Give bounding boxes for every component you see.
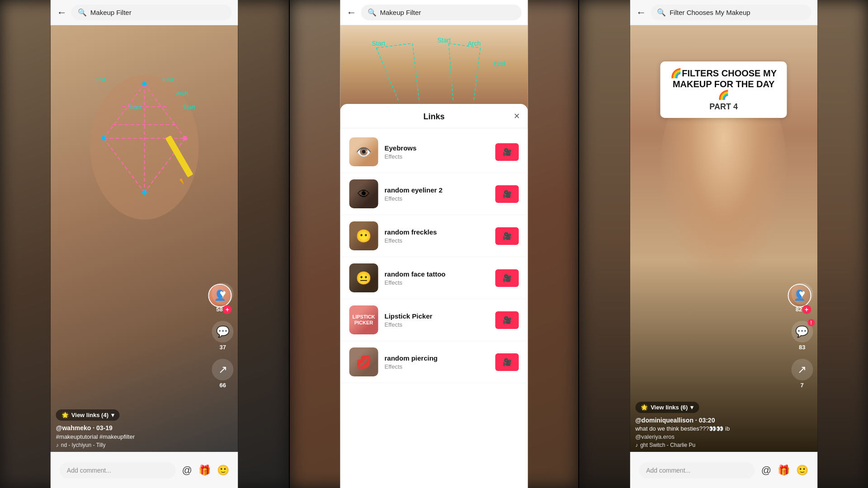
left-emoji-icon[interactable]: 🙂 <box>217 465 229 476</box>
link-btn-camera-icon-lipstick: 🎥 <box>503 316 512 324</box>
link-btn-tattoo[interactable]: 🎥 <box>495 269 519 287</box>
right-search-wrap[interactable]: 🔍 <box>651 5 811 20</box>
right-comment-input[interactable]: Add comment... <box>639 462 755 479</box>
right-share-button[interactable]: ↗ <box>791 359 813 380</box>
right-search-input[interactable] <box>670 9 805 16</box>
filter-banner: 🌈FILTERS CHOOSE MY MAKEUP FOR THE DAY🌈 P… <box>660 61 787 118</box>
left-view-links-text: View links (4) <box>71 412 108 418</box>
right-emoji-icon[interactable]: 🙂 <box>796 465 808 476</box>
link-info-lipstick: Lipstick Picker Effects <box>385 312 489 328</box>
left-mention-icon[interactable]: @ <box>182 465 192 476</box>
right-comment-count: 83 <box>799 344 805 351</box>
left-hashtags: #makeuptutorial #makeupfilter <box>56 433 207 440</box>
left-back-button[interactable]: ← <box>57 7 67 19</box>
right-view-links[interactable]: 🌟 View links (6) ▾ <box>635 402 699 413</box>
right-mention-icon[interactable]: @ <box>761 465 771 476</box>
right-back-button[interactable]: ← <box>636 7 646 19</box>
link-thumb-tattoo: 😐 <box>349 263 378 292</box>
divider-center-right <box>578 0 579 488</box>
link-item-tattoo: 😐 random face tattoo Effects 🎥 <box>340 257 528 299</box>
link-type-freckles: Effects <box>385 237 489 244</box>
link-name-piercing: random piercing <box>385 354 489 362</box>
left-search-input[interactable] <box>90 9 226 16</box>
svg-text:End: End <box>162 76 173 83</box>
left-search-wrap[interactable]: 🔍 <box>71 5 232 20</box>
left-like-button[interactable]: ♥ <box>212 283 234 305</box>
center-phone-frame: ← 🔍 Start <box>340 0 528 488</box>
left-comment-button[interactable]: 💬 <box>212 321 234 343</box>
divider-left-center <box>289 0 290 488</box>
svg-point-16 <box>142 82 146 86</box>
center-panel: ← 🔍 Start <box>290 0 579 488</box>
right-comment-button[interactable]: 💬 ! <box>791 321 813 343</box>
link-btn-camera-icon-piercing: 🎥 <box>503 358 512 366</box>
left-phone-frame: ← 🔍 <box>51 0 238 488</box>
link-btn-freckles[interactable]: 🎥 <box>495 227 519 245</box>
left-video-area: End End Arch Start Start 👤 <box>51 25 238 452</box>
left-view-links[interactable]: 🌟 View links (4) ▾ <box>56 409 120 421</box>
link-item-eyeliner: 👁 random eyeliner 2 Effects 🎥 <box>340 173 528 215</box>
left-music-icon: ♪ <box>56 442 59 448</box>
links-modal-close[interactable]: × <box>514 110 520 122</box>
links-modal-header: Links × <box>340 104 528 128</box>
eyebrows-thumb-icon: 👁️ <box>356 145 372 160</box>
right-share-wrap: ↗ 7 <box>791 359 813 389</box>
svg-text:End: End <box>494 60 505 67</box>
left-bottom-bar: Add comment... @ 🎁 🙂 <box>51 452 238 488</box>
svg-point-17 <box>101 136 106 141</box>
left-share-button[interactable]: ↗ <box>212 359 234 380</box>
link-info-tattoo: random face tattoo Effects <box>385 270 489 286</box>
right-bottom-bar: Add comment... @ 🎁 🙂 <box>630 452 817 488</box>
link-info-piercing: random piercing Effects <box>385 354 489 370</box>
link-thumb-lipstick: LIPSTICKPICKER <box>349 305 378 334</box>
link-info-eyeliner: random eyeliner 2 Effects <box>385 186 489 202</box>
links-list: 👁️ Eyebrows Effects 🎥 👁 <box>340 128 528 488</box>
svg-line-22 <box>449 43 453 102</box>
eyeliner-thumb-icon: 👁 <box>358 187 370 202</box>
filter-banner-title: 🌈FILTERS CHOOSE MY MAKEUP FOR THE DAY🌈 <box>669 68 779 100</box>
left-gift-icon[interactable]: 🎁 <box>198 465 211 476</box>
right-search-icon: 🔍 <box>657 8 666 17</box>
face-sketch-overlay: End End Arch Start Start <box>67 48 221 310</box>
svg-point-19 <box>142 190 146 195</box>
left-panel: ← 🔍 <box>0 0 289 488</box>
link-thumb-eyebrows: 👁️ <box>349 137 378 166</box>
center-back-button[interactable]: ← <box>347 7 357 19</box>
svg-text:End: End <box>94 76 105 83</box>
rainbow-left-icon: 🌈 <box>670 68 682 78</box>
svg-point-18 <box>183 136 187 141</box>
left-video-bg: End End Arch Start Start <box>51 25 238 452</box>
right-ib[interactable]: @valeriya.eros <box>635 433 786 440</box>
right-phone-frame: ← 🔍 🌈FILTERS CHOOSE MY MAKEUP FOR THE DA… <box>630 0 817 488</box>
left-username[interactable]: @wahmeko · 03-19 <box>56 424 207 432</box>
link-name-eyeliner: random eyeliner 2 <box>385 186 489 194</box>
right-view-links-text: View links (6) <box>651 404 688 411</box>
right-avatar-plus[interactable]: + <box>802 305 811 314</box>
link-btn-lipstick[interactable]: 🎥 <box>495 311 519 329</box>
link-btn-eyebrows[interactable]: 🎥 <box>495 143 519 161</box>
link-btn-piercing[interactable]: 🎥 <box>495 353 519 371</box>
link-btn-eyeliner[interactable]: 🎥 <box>495 185 519 203</box>
left-avatar-plus[interactable]: + <box>223 305 232 314</box>
svg-text:Start: Start <box>128 103 141 110</box>
right-caption: what do we think besties???👀👀 ib <box>635 425 786 432</box>
right-star-emoji: 🌟 <box>641 404 648 411</box>
link-name-freckles: random freckles <box>385 228 489 236</box>
center-search-input[interactable] <box>380 9 515 16</box>
left-share-wrap: ↗ 66 <box>212 359 234 389</box>
left-comment-input[interactable]: Add comment... <box>60 462 176 479</box>
center-search-wrap[interactable]: 🔍 <box>361 5 522 20</box>
link-type-tattoo: Effects <box>385 279 489 286</box>
link-type-eyeliner: Effects <box>385 195 489 202</box>
right-gift-icon[interactable]: 🎁 <box>778 465 790 476</box>
link-name-eyebrows: Eyebrows <box>385 144 489 152</box>
right-username[interactable]: @dominiqueallison · 03:20 <box>635 417 786 424</box>
link-info-eyebrows: Eyebrows Effects <box>385 144 489 160</box>
right-video-info: 🌟 View links (6) ▾ @dominiqueallison · 0… <box>635 402 786 448</box>
link-item-eyebrows: 👁️ Eyebrows Effects 🎥 <box>340 131 528 173</box>
left-comment-count: 37 <box>220 344 226 351</box>
center-search-bar: ← 🔍 <box>340 0 528 25</box>
link-item-lipstick: LIPSTICKPICKER Lipstick Picker Effects 🎥 <box>340 299 528 341</box>
link-btn-camera-icon-freckles: 🎥 <box>503 232 512 240</box>
right-like-button[interactable]: ♥ <box>791 283 813 305</box>
